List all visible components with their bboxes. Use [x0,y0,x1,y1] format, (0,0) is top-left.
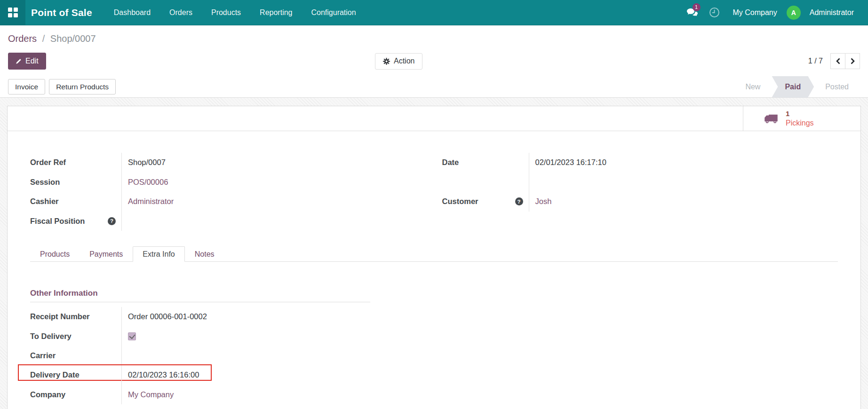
return-products-button[interactable]: Return Products [49,79,116,94]
session-value: POS/00006 [121,173,370,192]
cashier-label: Cashier [30,192,121,212]
chevron-right-icon [850,58,855,64]
order-ref-value: Shop/0007 [121,153,370,173]
clock-icon [709,7,720,18]
tab-payments[interactable]: Payments [80,246,133,262]
receipt-number-value: Order 00006-001-0002 [121,307,370,326]
date-value: 02/01/2023 16:17:10 [529,153,717,173]
pager: 1 / 7 [808,53,860,69]
status-step-paid[interactable]: Paid [772,76,814,98]
fiscal-position-value [121,212,370,231]
status-step-new[interactable]: New [734,76,772,98]
menu-orders[interactable]: Orders [160,0,202,25]
user-name: Administrator [805,8,859,17]
menu-reporting[interactable]: Reporting [250,0,302,25]
receipt-number-label: Receipt Number [30,307,121,326]
customer-value: Josh [529,192,717,212]
action-menu-button[interactable]: Action [375,53,422,70]
notebook: Products Payments Extra Info Notes Other… [30,246,838,404]
extra-info-pane: Other Information Receipt Number Order 0… [30,289,838,404]
messages-badge: 1 [693,3,701,11]
control-panel: Orders / Shop/0007 Edit [0,25,868,98]
tab-notes[interactable]: Notes [185,246,224,262]
company-switcher[interactable]: My Company [728,8,782,17]
header-buttons-row: Invoice Return Products New Paid Posted [0,76,868,98]
customer-link[interactable]: Josh [535,197,552,206]
cashier-link[interactable]: Administrator [128,197,174,206]
to-delivery-value [121,326,370,346]
user-menu[interactable]: A Administrator [787,6,859,20]
truck-icon [764,113,778,124]
order-ref-label: Order Ref [30,153,121,173]
invoice-button[interactable]: Invoice [8,79,45,94]
pencil-icon [16,58,22,64]
action-row: Edit Action 1 / 7 [8,53,860,70]
cashier-value: Administrator [121,192,370,212]
menu-products[interactable]: Products [202,0,250,25]
top-navbar: Point of Sale Dashboard Orders Products … [0,0,868,25]
other-information-heading: Other Information [30,289,370,302]
apps-grid-icon [8,8,18,17]
menu-dashboard[interactable]: Dashboard [104,0,160,25]
stat-button-box: 1 Pickings [8,106,860,131]
breadcrumb-orders[interactable]: Orders [8,33,37,44]
edit-button[interactable]: Edit [8,53,46,70]
delivery-date-value: 02/10/2023 16:16:00 [121,365,370,385]
to-delivery-checkbox[interactable] [128,332,136,340]
messages-button[interactable]: 1 [683,0,701,25]
date-label: Date [442,153,529,173]
apps-menu-button[interactable] [0,0,25,25]
user-avatar: A [787,6,801,20]
help-icon: ? [515,197,523,205]
app-title[interactable]: Point of Sale [25,0,104,25]
customer-label: Customer ? [442,192,529,212]
pager-counter: 1 / 7 [808,57,823,65]
form-fields-area: Order Ref Shop/0007 Session POS/00006 Ca… [8,153,860,404]
session-label: Session [30,173,121,192]
breadcrumb-separator: / [40,33,48,44]
to-delivery-label: To Delivery [30,326,121,346]
systray: 1 My Company A Administrator [683,0,868,25]
pickings-label: Pickings [786,118,814,128]
breadcrumb: Orders / Shop/0007 [8,25,860,45]
pager-next-button[interactable] [845,53,860,69]
tab-products[interactable]: Products [30,246,80,262]
tab-extra-info[interactable]: Extra Info [133,246,184,262]
carrier-value [121,346,370,365]
form-view-background: 1 Pickings Order Ref Shop/0007 Session P… [0,98,868,409]
session-link[interactable]: POS/00006 [128,178,168,187]
chevron-left-icon [836,58,841,64]
spacer-row [442,173,529,192]
fiscal-position-label: Fiscal Position ? [30,212,121,231]
pager-previous-button[interactable] [830,53,845,69]
breadcrumb-current: Shop/0007 [50,33,96,44]
delivery-date-label: Delivery Date [30,365,121,385]
carrier-label: Carrier [30,346,121,365]
gear-icon [383,58,390,65]
pickings-count: 1 [786,109,814,118]
company-link[interactable]: My Company [128,390,174,399]
tab-bar: Products Payments Extra Info Notes [30,246,838,262]
field-group-left: Order Ref Shop/0007 Session POS/00006 Ca… [30,153,370,231]
company-label: Company [30,385,121,404]
extra-info-group: Receipt Number Order 00006-001-0002 To D… [30,307,370,404]
activities-button[interactable] [706,0,724,25]
form-sheet: 1 Pickings Order Ref Shop/0007 Session P… [7,106,861,409]
company-value: My Company [121,385,370,404]
statusbar: New Paid Posted [734,76,860,98]
main-menu: Dashboard Orders Products Reporting Conf… [104,0,366,25]
pickings-stat-button[interactable]: 1 Pickings [743,106,860,131]
field-group-right: Date 02/01/2023 16:17:10 Customer ? Josh [434,153,717,231]
help-icon: ? [108,217,116,225]
menu-configuration[interactable]: Configuration [302,0,365,25]
status-step-posted[interactable]: Posted [814,76,860,98]
